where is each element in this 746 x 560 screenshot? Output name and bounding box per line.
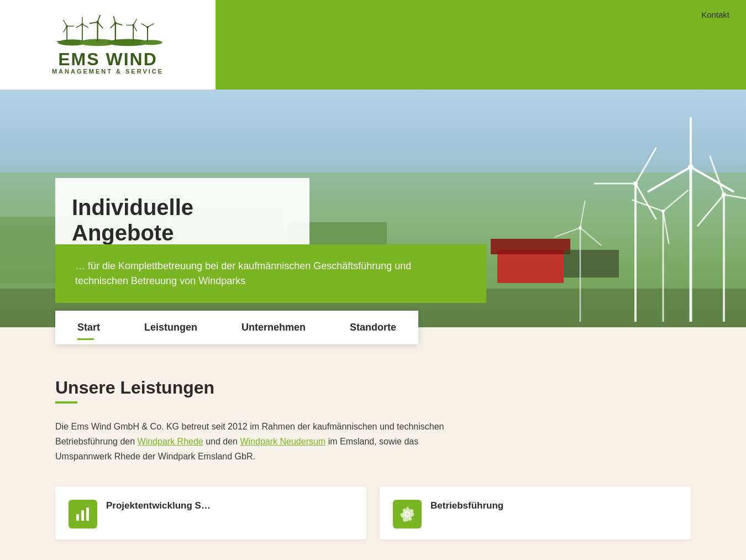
logo-box: EMS WIND MANAGEMENT & SERVICE	[0, 0, 216, 90]
gear-icon	[399, 506, 416, 522]
nav-item-standorte[interactable]: Standorte	[328, 311, 418, 344]
svg-line-57	[710, 156, 724, 195]
svg-line-17	[98, 15, 101, 22]
svg-line-62	[663, 190, 689, 211]
svg-line-59	[697, 195, 724, 226]
svg-line-68	[580, 228, 601, 245]
card-title-betriebsfuehrung: Betriebsführung	[430, 500, 503, 512]
svg-line-13	[82, 24, 88, 28]
svg-line-23	[115, 23, 122, 25]
chart-icon	[75, 506, 91, 522]
hero-subtitle-text: … für die Komplettbetreuung bei der kauf…	[75, 259, 466, 289]
svg-line-27	[133, 19, 136, 25]
card-icon-betriebsfuehrung	[393, 500, 422, 528]
logo-brand-text: EMS WIND	[58, 50, 157, 68]
svg-line-9	[64, 26, 67, 32]
main-nav: Start Leistungen Unternehmen Standorte	[0, 311, 746, 344]
service-card-projektentwicklung: Projektentwicklung S…	[55, 486, 366, 540]
nav-item-leistungen[interactable]: Leistungen	[122, 311, 219, 344]
svg-line-14	[76, 24, 82, 28]
svg-line-34	[141, 24, 148, 27]
svg-rect-72	[86, 507, 89, 521]
svg-line-32	[148, 24, 154, 27]
card-icon-projektentwicklung	[69, 500, 97, 528]
leistungen-title: Unsere Leistungen	[55, 378, 691, 398]
site-header: EMS WIND MANAGEMENT & SERVICE Kontakt	[0, 0, 746, 90]
logo-windmill-illustration	[52, 15, 163, 48]
card-title-projektentwicklung: Projektentwicklung S…	[106, 500, 211, 512]
service-card-betriebsfuehrung: Betriebsführung	[380, 486, 691, 540]
hero-section: Individuelle Angebote … für die Komplett…	[0, 90, 746, 327]
svg-line-7	[64, 20, 67, 26]
body-mid-text: und den	[203, 437, 240, 446]
leistungen-underline	[55, 401, 77, 404]
svg-line-28	[133, 25, 136, 31]
svg-line-58	[724, 195, 746, 202]
leistungen-body: Die Ems Wind GmbH & Co. KG betreut seit …	[55, 419, 470, 464]
svg-line-64	[632, 200, 663, 211]
svg-line-67	[580, 201, 585, 228]
svg-line-69	[554, 228, 580, 237]
kontakt-link[interactable]: Kontakt	[701, 10, 729, 19]
svg-line-52	[635, 148, 656, 184]
svg-rect-70	[76, 514, 79, 521]
hero-turbines-illustration	[470, 101, 746, 322]
hero-title: Individuelle Angebote	[72, 195, 287, 245]
service-cards-row: Projektentwicklung S… Betriebsführung	[55, 486, 691, 540]
svg-line-18	[98, 22, 103, 28]
svg-line-49	[648, 167, 691, 192]
svg-line-22	[113, 16, 115, 23]
hero-subtitle-box: … für die Komplettbetreuung bei der kauf…	[55, 244, 486, 303]
main-content: Unsere Leistungen Die Ems Wind GmbH & Co…	[0, 344, 746, 560]
header-nav-area: Kontakt	[216, 0, 746, 90]
svg-line-63	[663, 211, 669, 244]
logo-sub-text: MANAGEMENT & SERVICE	[52, 68, 164, 75]
svg-point-4	[140, 40, 162, 45]
svg-line-24	[111, 23, 115, 28]
nav-item-start[interactable]: Start	[55, 311, 122, 344]
svg-rect-71	[81, 510, 84, 521]
svg-line-48	[691, 167, 734, 192]
nav-item-unternehmen[interactable]: Unternehmen	[219, 311, 328, 344]
windpark-rhede-link[interactable]: Windpark Rhede	[138, 437, 203, 446]
svg-line-19	[90, 22, 98, 24]
windpark-neudersum-link[interactable]: Windpark Neudersum	[240, 437, 325, 446]
